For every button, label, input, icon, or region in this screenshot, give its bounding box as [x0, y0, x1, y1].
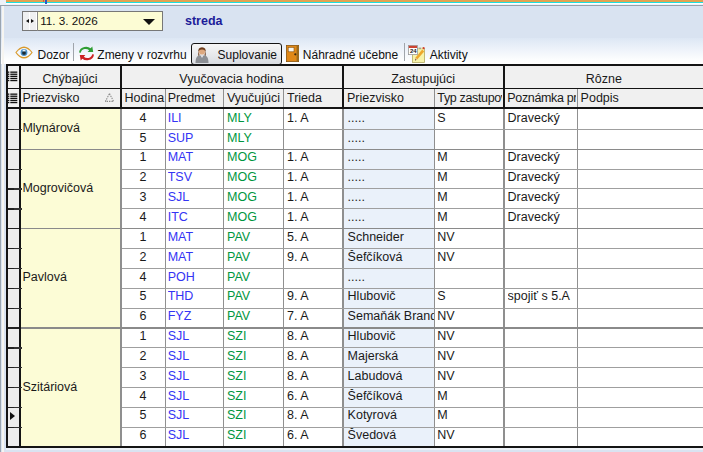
- svg-text:24: 24: [410, 48, 417, 54]
